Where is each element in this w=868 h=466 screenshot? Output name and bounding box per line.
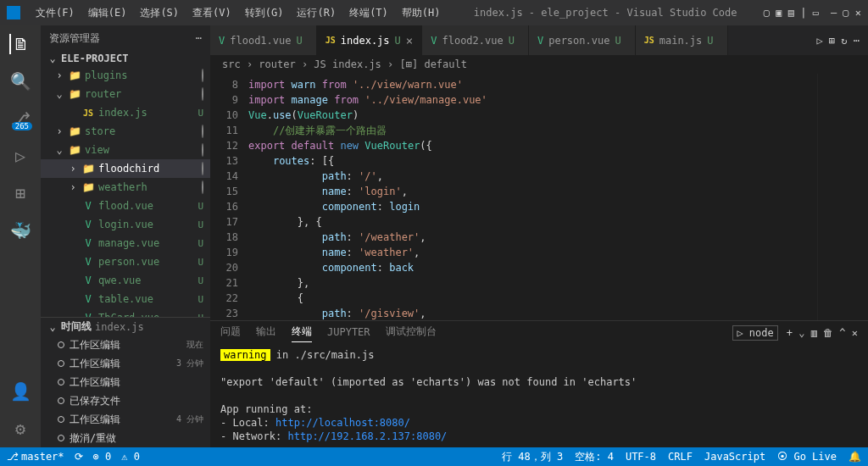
activity-bar: 🗎 🔍 ⎇265 ▷ ⊞ 🐳 👤 ⚙ — [0, 25, 41, 447]
timeline-item[interactable]: 工作区编辑4 分钟 — [41, 410, 210, 429]
notifications-icon[interactable]: 🔔 — [849, 450, 861, 464]
code-editor[interactable]: 89101112131415161718192021222324252627 i… — [210, 74, 868, 320]
panel-tab[interactable]: 调试控制台 — [386, 325, 437, 341]
editor-tabs: Vflood1.vueUJSindex.jsU×Vflood2.vueUVper… — [210, 25, 868, 55]
bottom-panel: 问题输出终端JUPYTER调试控制台▷ node + ⌄ ▥ 🗑 ^ ✕ war… — [210, 320, 868, 447]
tree-item[interactable]: Vperson.vueU — [41, 252, 210, 271]
menu-item[interactable]: 帮助(H) — [395, 3, 448, 24]
eol-indicator[interactable]: CRLF — [668, 450, 693, 464]
panel-tab[interactable]: 终端 — [292, 325, 312, 342]
extensions-icon[interactable]: ⊞ — [10, 183, 31, 203]
menu-item[interactable]: 编辑(E) — [81, 3, 134, 24]
errors-indicator[interactable]: ⊗ 0 — [93, 451, 112, 463]
window-layout-icons[interactable]: ▢ ▣ ▤ | ▭ — [764, 7, 819, 19]
project-section[interactable]: ⌄ELE-PROJECT — [41, 51, 210, 66]
explorer-icon[interactable]: 🗎 — [9, 34, 30, 54]
debug-icon[interactable]: ▷ — [10, 146, 31, 166]
sync-button[interactable]: ⟳ — [75, 451, 83, 463]
warnings-indicator[interactable]: ⚠ 0 — [121, 451, 140, 463]
sidebar: 资源管理器 ⋯ ⌄ELE-PROJECT ›📁plugins⌄📁routerJS… — [41, 25, 210, 447]
menu-item[interactable]: 选择(S) — [133, 3, 186, 24]
window-controls[interactable]: — ▢ ✕ — [831, 7, 861, 19]
window-title: index.js - ele_project - Visual Studio C… — [449, 7, 762, 19]
panel-actions[interactable]: ▷ node + ⌄ ▥ 🗑 ^ ✕ — [732, 325, 858, 341]
account-icon[interactable]: 👤 — [10, 381, 31, 402]
panel-tabs: 问题输出终端JUPYTER调试控制台▷ node + ⌄ ▥ 🗑 ^ ✕ — [210, 321, 868, 345]
vscode-logo-icon — [7, 6, 20, 19]
network-url-link[interactable]: http://192.168.2.137:8080/ — [287, 430, 447, 442]
scm-icon[interactable]: ⎇265 — [10, 108, 31, 129]
editor-tab[interactable]: JSindex.jsU× — [317, 25, 423, 55]
terminal-output[interactable]: warning in ./src/main.js "export 'defaul… — [210, 345, 868, 447]
search-icon[interactable]: 🔍 — [10, 71, 31, 92]
tree-item[interactable]: ›📁plugins — [41, 66, 210, 85]
menu-item[interactable]: 查看(V) — [186, 3, 238, 24]
tree-item[interactable]: Vqwe.vueU — [41, 271, 210, 290]
language-indicator[interactable]: JavaScript — [704, 450, 765, 464]
editor-tab[interactable]: Vperson.vueU — [529, 25, 636, 55]
line-gutter: 89101112131415161718192021222324252627 — [210, 74, 248, 320]
tree-item[interactable]: ›📁floodchird — [41, 159, 210, 178]
menu-item[interactable]: 文件(F) — [29, 3, 81, 24]
tree-item[interactable]: Vtable.vueU — [41, 290, 210, 308]
tree-item[interactable]: JSindex.jsU — [41, 103, 210, 122]
editor-area: Vflood1.vueUJSindex.jsU×Vflood2.vueUVper… — [210, 25, 868, 447]
code-content[interactable]: import warn from '../view/warn.vue' impo… — [248, 74, 817, 320]
panel-tab[interactable]: 输出 — [256, 325, 276, 341]
cursor-position[interactable]: 行 48，列 3 — [502, 450, 563, 464]
docker-icon[interactable]: 🐳 — [10, 220, 31, 241]
editor-tab[interactable]: Vflood1.vueU — [210, 25, 317, 55]
timeline-item[interactable]: 工作区编辑3 分钟 — [41, 354, 210, 373]
tree-item[interactable]: ›📁store — [41, 122, 210, 141]
tree-item[interactable]: ⌄📁router — [41, 85, 210, 103]
warning-badge: warning — [220, 349, 270, 361]
indent-indicator[interactable]: 空格: 4 — [575, 450, 614, 464]
minimap[interactable] — [817, 74, 868, 320]
gear-icon[interactable]: ⚙ — [10, 419, 31, 439]
encoding-indicator[interactable]: UTF-8 — [626, 450, 656, 464]
menu-item[interactable]: 运行(R) — [290, 3, 342, 24]
timeline-item[interactable]: 已保存文件 — [41, 391, 210, 410]
tree-item[interactable]: ⌄📁view — [41, 141, 210, 159]
panel-tab[interactable]: 问题 — [220, 325, 241, 341]
timeline-item[interactable]: 工作区编辑 — [41, 373, 210, 391]
file-tree: ›📁plugins⌄📁routerJSindex.jsU›📁store⌄📁vie… — [41, 66, 210, 317]
status-bar: ⎇ master* ⟳ ⊗ 0 ⚠ 0 行 48，列 3 空格: 4 UTF-8… — [0, 447, 868, 466]
editor-tab[interactable]: Vflood2.vueU — [422, 25, 529, 55]
timeline-section[interactable]: ⌄ 时间线 index.js — [41, 318, 210, 336]
main-menu: 文件(F)编辑(E)选择(S)查看(V)转到(G)运行(R)终端(T)帮助(H) — [29, 3, 448, 24]
panel-tab[interactable]: JUPYTER — [327, 326, 370, 341]
tree-item[interactable]: ›📁weatherh — [41, 178, 210, 197]
timeline-item[interactable]: 撤消/重做 — [41, 429, 210, 447]
tree-item[interactable]: Vflood.vueU — [41, 197, 210, 215]
menu-item[interactable]: 终端(T) — [342, 3, 395, 24]
menu-item[interactable]: 转到(G) — [238, 3, 291, 24]
tree-item[interactable]: Vmanage.vueU — [41, 234, 210, 252]
tab-actions[interactable]: ▷ ⊞ ↻ ⋯ — [816, 35, 868, 47]
editor-tab[interactable]: JSmain.jsU — [636, 25, 728, 55]
breadcrumb[interactable]: src › router › JS index.js › [⊞] default — [210, 55, 868, 74]
timeline-list: 工作区编辑现在工作区编辑3 分钟工作区编辑已保存文件工作区编辑4 分钟撤消/重做 — [41, 336, 210, 447]
branch-indicator[interactable]: ⎇ master* — [7, 451, 64, 463]
local-url-link[interactable]: http://localhost:8080/ — [275, 417, 410, 429]
tree-item[interactable]: Vlogin.vueU — [41, 215, 210, 234]
tree-item[interactable]: VTbCard.vueU — [41, 308, 210, 317]
timeline-item[interactable]: 工作区编辑现在 — [41, 336, 210, 354]
more-icon[interactable]: ⋯ — [196, 32, 202, 44]
sidebar-header: 资源管理器 ⋯ — [41, 25, 210, 51]
go-live-button[interactable]: ⦿ Go Live — [777, 450, 837, 464]
titlebar: 文件(F)编辑(E)选择(S)查看(V)转到(G)运行(R)终端(T)帮助(H)… — [0, 0, 868, 25]
